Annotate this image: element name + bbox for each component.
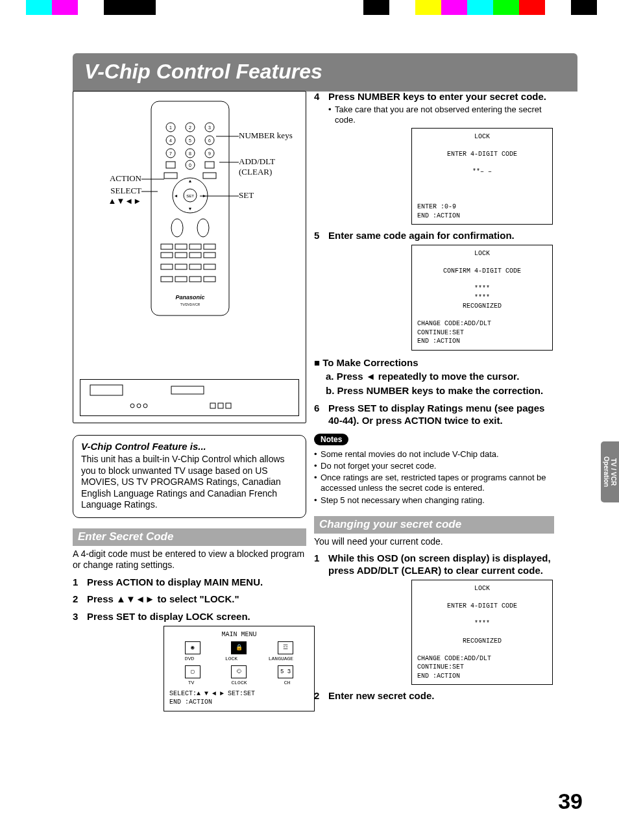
osd-icon-dvd: ◉ [185,641,200,654]
svg-text:▼: ▼ [188,206,193,211]
notes-label: Notes [314,434,348,445]
svg-point-59 [130,404,134,408]
corrections-head: ■ To Make Corrections [314,357,554,368]
note-2: •Do not forget your secret code. [314,461,554,471]
svg-text:TV/DVD/VCR: TV/DVD/VCR [180,303,200,306]
label-select-arrows: ▲▼◄► [108,196,141,206]
heading-changing-code: Changing your secret code [314,516,554,534]
svg-text:Panasonic: Panasonic [175,294,204,301]
enter-secret-intro: A 4-digit code must be entered to view a… [73,549,306,571]
step-4-sub: •Take care that you are not observed ent… [328,105,554,126]
osd-lock-enter: LOCK ENTER 4-DIGIT CODE **– – ENTER :0-9… [411,128,553,225]
svg-text:SET: SET [186,194,194,198]
label-add-dlt: ADD/DLT (CLEAR) [239,156,275,177]
step-1: 1Press ACTION to display MAIN MENU. [73,576,306,589]
osd-icon-tv: ▢ [185,665,200,678]
page-title-banner: V-Chip Control Features [73,53,577,92]
svg-text:1: 1 [169,125,172,130]
svg-text:9: 9 [208,151,211,156]
feature-box: V-Chip Control Feature is... This unit h… [73,435,306,518]
svg-text:3: 3 [208,125,211,130]
feature-body: This unit has a built-in V-Chip Control … [81,454,298,511]
svg-text:2: 2 [189,125,191,130]
svg-text:6: 6 [208,138,211,143]
svg-text:◄: ◄ [174,193,178,198]
changing-step-1: 1While this OSD (on screen display) is d… [314,552,554,577]
svg-text:0: 0 [189,163,191,167]
svg-rect-62 [210,403,215,408]
svg-text:4: 4 [169,138,172,143]
step-3: 3Press SET to display LOCK screen. [73,611,306,623]
svg-rect-57 [90,385,123,395]
heading-enter-secret: Enter Secret Code [73,528,306,546]
osd-main-menu: MAIN MENU ◉ 🔒 ☲ DVD LOCK LANGUAGE ▢ ⏲ 5 … [164,626,315,711]
step-5: 5Enter same code again for confirmation. [314,230,554,242]
step-4: 4Press NUMBER keys to enter your secret … [314,91,554,103]
colorbar-right [363,0,597,15]
step-6: 6Press SET to display Ratings menu (see … [314,402,554,427]
label-number: NUMBER keys [239,130,293,140]
correction-a: a. Press ◄ repeatedly to move the cursor… [326,371,554,383]
correction-b: b. Press NUMBER keys to make the correct… [326,385,554,397]
note-3: •Once ratings are set, restricted tapes … [314,473,554,494]
label-select: SELECT [110,186,141,195]
page-title: V-Chip Control Features [84,60,322,83]
remote-diagram: 1 2 3 4 5 6 7 8 9 0 SET ▲ ▼ ◄ [73,91,306,423]
osd-icon-lock: 🔒 [231,641,247,654]
osd-icon-ch: 5 3 [278,665,293,678]
changing-step-2: 2Enter new secret code. [314,690,554,702]
svg-point-61 [143,404,147,408]
section-tab: TV / VCR Operation [601,441,619,502]
feature-title: V-Chip Control Feature is... [81,441,298,452]
note-1: •Some rental movies do not include V-Chi… [314,449,554,460]
changing-intro: You will need your current code. [314,536,554,548]
vcr-front-illustration [80,379,299,416]
note-4: •Step 5 not necessary when changing rati… [314,495,554,506]
svg-rect-63 [218,403,223,408]
label-set: SET [239,190,254,200]
svg-text:▲: ▲ [188,179,193,183]
svg-rect-58 [171,386,204,394]
remote-illustration: 1 2 3 4 5 6 7 8 9 0 SET ▲ ▼ ◄ [148,98,232,319]
osd-lock-confirm: LOCK CONFIRM 4-DIGIT CODE **** **** RECO… [411,245,553,351]
svg-text:5: 5 [189,138,191,143]
colorbar-left [26,0,182,15]
label-action: ACTION [110,173,141,183]
osd-icon-language: ☲ [278,641,293,654]
osd-icon-clock: ⏲ [231,665,247,678]
svg-point-60 [137,404,141,408]
svg-text:8: 8 [189,151,191,156]
svg-rect-64 [226,403,231,408]
osd-lock-change: LOCK ENTER 4-DIGIT CODE **** RECOGNIZED … [411,580,553,686]
svg-text:7: 7 [169,151,172,156]
page-number: 39 [558,789,583,814]
step-2: 2Press ▲▼◄► to select "LOCK." [73,593,306,606]
